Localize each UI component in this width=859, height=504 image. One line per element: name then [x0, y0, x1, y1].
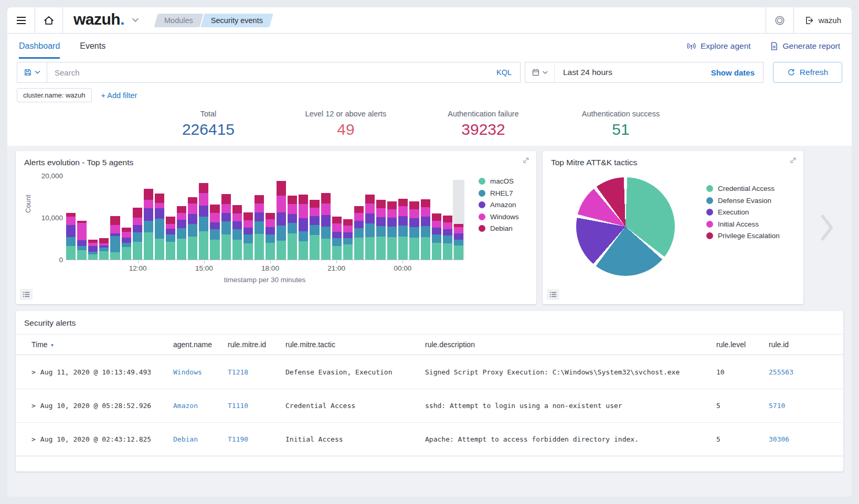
generate-report-button[interactable]: Generate report: [770, 41, 840, 51]
legend-item-Debian[interactable]: Debian: [479, 224, 519, 232]
filter-pill-cluster-name[interactable]: cluster.name: wazuh: [17, 88, 92, 102]
bar-column[interactable]: [166, 217, 175, 260]
pie-chart[interactable]: [576, 177, 675, 276]
agent-name-link[interactable]: Debian: [169, 435, 224, 443]
expand-row-icon[interactable]: >: [31, 435, 36, 443]
bar-column[interactable]: [332, 217, 342, 260]
bar-column[interactable]: [155, 194, 164, 260]
bar-column[interactable]: [409, 201, 419, 260]
saved-query-button[interactable]: [17, 62, 47, 83]
panel-menu-button[interactable]: [20, 289, 33, 300]
bar-column[interactable]: [443, 216, 452, 260]
bar-column[interactable]: [199, 183, 208, 260]
legend-item-RHEL7[interactable]: RHEL7: [479, 189, 519, 197]
refresh-button[interactable]: Refresh: [773, 62, 842, 83]
mitre-id-link[interactable]: T1110: [224, 402, 281, 410]
bar-column[interactable]: [77, 221, 87, 260]
app-switcher-button[interactable]: [126, 7, 144, 33]
rule-id-link[interactable]: 5710: [765, 402, 843, 410]
show-dates-button[interactable]: Show dates: [711, 68, 763, 77]
tab-dashboard[interactable]: Dashboard: [19, 34, 60, 59]
bar-column[interactable]: [122, 228, 131, 260]
tab-events[interactable]: Events: [80, 34, 105, 59]
bar-column[interactable]: [144, 189, 153, 260]
bar-column[interactable]: [232, 205, 242, 260]
bar-column[interactable]: [66, 213, 76, 260]
bar-segment-Windows: [332, 223, 342, 232]
expand-panel-icon[interactable]: [522, 156, 530, 164]
bar-column[interactable]: [365, 195, 375, 260]
legend-label: Credential Access: [718, 185, 775, 192]
bar-column[interactable]: [398, 199, 408, 260]
legend-item-Amazon[interactable]: Amazon: [479, 201, 519, 209]
bar-column[interactable]: [221, 194, 231, 260]
column-header-rule-description[interactable]: rule.description: [421, 335, 712, 355]
logout-icon: [804, 16, 814, 25]
legend-item-Windows[interactable]: Windows: [479, 213, 519, 221]
mitre-id-link[interactable]: T1190: [224, 435, 281, 443]
agent-name-link[interactable]: Windows: [169, 368, 224, 376]
breadcrumb-modules[interactable]: Modules: [156, 14, 202, 27]
wazuh-logo[interactable]: wazuh.wazuh.: [73, 7, 124, 31]
column-header-time[interactable]: Time▼: [16, 335, 169, 355]
time-range-value[interactable]: Last 24 hours: [555, 68, 612, 77]
bar-column[interactable]: [432, 213, 441, 260]
bar-column[interactable]: [387, 201, 397, 260]
bar-column[interactable]: [354, 206, 364, 260]
home-button[interactable]: [35, 7, 62, 33]
health-check-button[interactable]: [766, 7, 793, 33]
explore-agent-button[interactable]: Explore agent: [686, 41, 751, 51]
next-page-chevron[interactable]: [818, 211, 836, 244]
legend-item-initial-access[interactable]: Initial Access: [706, 220, 780, 228]
bar-column[interactable]: [421, 199, 430, 260]
legend-item-macOS[interactable]: macOS: [479, 177, 519, 185]
bar-column[interactable]: [110, 216, 120, 260]
bar-segment-macOS: [376, 237, 386, 260]
bar-column[interactable]: [288, 196, 297, 260]
bar-column[interactable]: [188, 197, 197, 260]
rule-id-link[interactable]: 30306: [765, 435, 843, 443]
legend-item-privilege-escalation[interactable]: Privilege Escalation: [706, 232, 780, 240]
user-menu[interactable]: wazuh: [794, 7, 852, 33]
add-filter-button[interactable]: + Add filter: [101, 91, 137, 100]
bar-column[interactable]: [299, 195, 308, 260]
bar-column[interactable]: [243, 212, 253, 260]
bar-column[interactable]: [254, 195, 264, 260]
bar-column[interactable]: [277, 181, 286, 260]
panel-menu-button[interactable]: [547, 289, 559, 300]
bar-column[interactable]: [321, 193, 331, 260]
mitre-id-link[interactable]: T1218: [224, 368, 281, 376]
column-header-rule-id[interactable]: rule.id: [765, 335, 843, 355]
legend-item-credential-access[interactable]: Credential Access: [706, 185, 780, 192]
bar-column[interactable]: [133, 208, 142, 260]
bar-column[interactable]: [99, 238, 109, 260]
menu-button[interactable]: [7, 7, 35, 33]
column-header-rule-mitre-tactic[interactable]: rule.mitre.tactic: [281, 335, 421, 355]
column-header-rule-level[interactable]: rule.level: [712, 335, 765, 355]
expand-panel-icon[interactable]: [789, 156, 797, 164]
bar-segment-Windows: [177, 213, 186, 220]
kql-toggle[interactable]: KQL: [488, 68, 520, 77]
column-header-agent-name[interactable]: agent.name: [169, 335, 224, 355]
search-input[interactable]: Search KQL: [47, 62, 521, 83]
calendar-button[interactable]: [525, 62, 555, 82]
bar-column[interactable]: [177, 206, 186, 260]
bar-column[interactable]: [210, 205, 219, 260]
agent-name-link[interactable]: Amazon: [169, 402, 224, 410]
bar-column[interactable]: [376, 200, 386, 260]
expand-row-icon[interactable]: >: [31, 368, 36, 376]
bar-segment-Amazon: [232, 221, 242, 229]
bar-column[interactable]: [310, 200, 319, 260]
expand-row-icon[interactable]: >: [31, 402, 36, 410]
legend-item-execution[interactable]: Execution: [706, 208, 780, 216]
legend-item-defense-evasion[interactable]: Defense Evasion: [706, 197, 780, 205]
bar-segment-macOS: [409, 238, 419, 260]
bar-segment-Windows: [277, 196, 286, 212]
bar-column[interactable]: [454, 224, 463, 260]
bar-column[interactable]: [88, 240, 98, 260]
bar-column[interactable]: [266, 213, 275, 260]
bar-segment-RHEL7: [310, 225, 319, 234]
bar-column[interactable]: [343, 219, 353, 260]
rule-id-link[interactable]: 255563: [765, 368, 843, 376]
column-header-rule-mitre-id[interactable]: rule.mitre.id: [224, 335, 281, 355]
